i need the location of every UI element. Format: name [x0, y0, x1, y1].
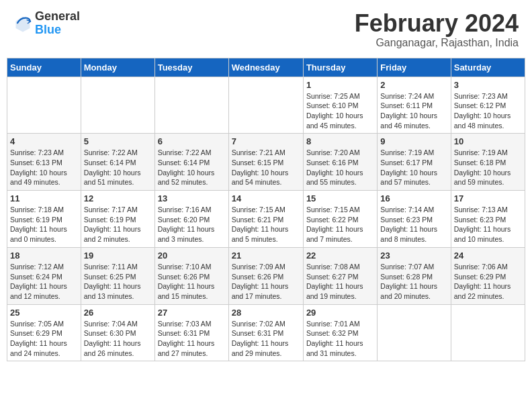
calendar-cell: 8Sunrise: 7:20 AM Sunset: 6:16 PM Daylig… — [303, 134, 377, 191]
calendar-cell — [378, 304, 451, 361]
day-number: 8 — [306, 136, 374, 146]
day-number: 9 — [380, 136, 447, 146]
day-info: Sunrise: 7:22 AM Sunset: 6:14 PM Dayligh… — [158, 148, 226, 187]
calendar-cell: 19Sunrise: 7:11 AM Sunset: 6:25 PM Dayli… — [81, 247, 154, 304]
day-number: 16 — [380, 193, 447, 203]
calendar-table: SundayMondayTuesdayWednesdayThursdayFrid… — [7, 58, 525, 362]
calendar-cell: 6Sunrise: 7:22 AM Sunset: 6:14 PM Daylig… — [154, 134, 228, 191]
title-section: February 2024 Ganganagar, Rajasthan, Ind… — [355, 10, 519, 49]
day-info: Sunrise: 7:17 AM Sunset: 6:19 PM Dayligh… — [84, 205, 152, 244]
calendar-cell — [228, 77, 303, 134]
day-of-week-tuesday: Tuesday — [154, 58, 228, 77]
calendar-cell: 12Sunrise: 7:17 AM Sunset: 6:19 PM Dayli… — [81, 191, 154, 248]
day-info: Sunrise: 7:19 AM Sunset: 6:18 PM Dayligh… — [454, 148, 522, 187]
day-info: Sunrise: 7:23 AM Sunset: 6:13 PM Dayligh… — [10, 148, 78, 187]
calendar-cell: 14Sunrise: 7:15 AM Sunset: 6:21 PM Dayli… — [228, 191, 303, 248]
calendar-cell: 1Sunrise: 7:25 AM Sunset: 6:10 PM Daylig… — [303, 77, 377, 134]
day-info: Sunrise: 7:23 AM Sunset: 6:12 PM Dayligh… — [454, 91, 522, 131]
calendar-cell: 13Sunrise: 7:16 AM Sunset: 6:20 PM Dayli… — [154, 191, 228, 248]
calendar-cell: 16Sunrise: 7:14 AM Sunset: 6:23 PM Dayli… — [378, 191, 451, 248]
day-number: 14 — [232, 193, 300, 203]
day-info: Sunrise: 7:06 AM Sunset: 6:29 PM Dayligh… — [454, 262, 522, 302]
day-number: 3 — [454, 80, 522, 90]
calendar-cell: 4Sunrise: 7:23 AM Sunset: 6:13 PM Daylig… — [7, 134, 81, 191]
calendar-cell: 28Sunrise: 7:02 AM Sunset: 6:31 PM Dayli… — [228, 304, 303, 361]
calendar-cell: 22Sunrise: 7:08 AM Sunset: 6:27 PM Dayli… — [303, 247, 377, 304]
day-info: Sunrise: 7:10 AM Sunset: 6:26 PM Dayligh… — [158, 262, 226, 302]
location-text: Ganganagar, Rajasthan, India — [355, 37, 519, 49]
calendar-cell — [154, 77, 228, 134]
calendar-cell: 21Sunrise: 7:09 AM Sunset: 6:26 PM Dayli… — [228, 247, 303, 304]
day-info: Sunrise: 7:16 AM Sunset: 6:20 PM Dayligh… — [158, 205, 226, 244]
day-info: Sunrise: 7:25 AM Sunset: 6:10 PM Dayligh… — [306, 91, 374, 131]
calendar-cell: 15Sunrise: 7:15 AM Sunset: 6:22 PM Dayli… — [303, 191, 377, 248]
day-info: Sunrise: 7:14 AM Sunset: 6:23 PM Dayligh… — [380, 205, 447, 244]
day-of-week-wednesday: Wednesday — [228, 58, 303, 77]
calendar-cell: 7Sunrise: 7:21 AM Sunset: 6:15 PM Daylig… — [228, 134, 303, 191]
calendar-cell: 18Sunrise: 7:12 AM Sunset: 6:24 PM Dayli… — [7, 247, 81, 304]
day-info: Sunrise: 7:09 AM Sunset: 6:26 PM Dayligh… — [232, 262, 300, 302]
logo-general-text: General — [35, 10, 80, 24]
day-info: Sunrise: 7:01 AM Sunset: 6:32 PM Dayligh… — [306, 319, 374, 359]
calendar-week-4: 18Sunrise: 7:12 AM Sunset: 6:24 PM Dayli… — [7, 247, 525, 304]
day-number: 12 — [84, 193, 152, 203]
day-number: 21 — [232, 250, 300, 261]
day-info: Sunrise: 7:02 AM Sunset: 6:31 PM Dayligh… — [232, 319, 300, 359]
calendar-cell: 5Sunrise: 7:22 AM Sunset: 6:14 PM Daylig… — [81, 134, 154, 191]
day-number: 18 — [10, 250, 78, 261]
day-number: 7 — [232, 136, 300, 146]
day-info: Sunrise: 7:19 AM Sunset: 6:17 PM Dayligh… — [380, 148, 447, 187]
calendar-week-1: 1Sunrise: 7:25 AM Sunset: 6:10 PM Daylig… — [7, 77, 525, 134]
day-info: Sunrise: 7:18 AM Sunset: 6:19 PM Dayligh… — [10, 205, 78, 244]
page-header: General Blue February 2024 Ganganagar, R… — [7, 7, 525, 52]
calendar-cell: 24Sunrise: 7:06 AM Sunset: 6:29 PM Dayli… — [451, 247, 525, 304]
day-number: 19 — [84, 250, 152, 261]
calendar-cell: 27Sunrise: 7:03 AM Sunset: 6:31 PM Dayli… — [154, 304, 228, 361]
day-info: Sunrise: 7:03 AM Sunset: 6:31 PM Dayligh… — [158, 319, 226, 359]
calendar-cell: 29Sunrise: 7:01 AM Sunset: 6:32 PM Dayli… — [303, 304, 377, 361]
day-number: 5 — [84, 136, 152, 146]
calendar-cell: 10Sunrise: 7:19 AM Sunset: 6:18 PM Dayli… — [451, 134, 525, 191]
calendar-week-5: 25Sunrise: 7:05 AM Sunset: 6:29 PM Dayli… — [7, 304, 525, 361]
day-number: 27 — [158, 308, 226, 318]
day-number: 4 — [10, 136, 78, 146]
day-number: 29 — [306, 308, 374, 318]
day-info: Sunrise: 7:11 AM Sunset: 6:25 PM Dayligh… — [84, 262, 152, 302]
day-number: 11 — [10, 193, 78, 203]
day-number: 17 — [454, 193, 522, 203]
calendar-cell: 11Sunrise: 7:18 AM Sunset: 6:19 PM Dayli… — [7, 191, 81, 248]
day-info: Sunrise: 7:21 AM Sunset: 6:15 PM Dayligh… — [232, 148, 300, 187]
day-number: 24 — [454, 250, 522, 261]
calendar-cell — [451, 304, 525, 361]
day-info: Sunrise: 7:22 AM Sunset: 6:14 PM Dayligh… — [84, 148, 152, 187]
day-info: Sunrise: 7:12 AM Sunset: 6:24 PM Dayligh… — [10, 262, 78, 302]
day-info: Sunrise: 7:13 AM Sunset: 6:23 PM Dayligh… — [454, 205, 522, 244]
month-year-title: February 2024 — [355, 10, 519, 37]
day-number: 23 — [380, 250, 447, 261]
calendar-week-2: 4Sunrise: 7:23 AM Sunset: 6:13 PM Daylig… — [7, 134, 525, 191]
calendar-cell: 9Sunrise: 7:19 AM Sunset: 6:17 PM Daylig… — [378, 134, 451, 191]
calendar-cell: 23Sunrise: 7:07 AM Sunset: 6:28 PM Dayli… — [378, 247, 451, 304]
calendar-cell: 3Sunrise: 7:23 AM Sunset: 6:12 PM Daylig… — [451, 77, 525, 134]
day-info: Sunrise: 7:15 AM Sunset: 6:22 PM Dayligh… — [306, 205, 374, 244]
day-number: 25 — [10, 308, 78, 318]
logo: General Blue — [13, 10, 80, 37]
calendar-week-3: 11Sunrise: 7:18 AM Sunset: 6:19 PM Dayli… — [7, 191, 525, 248]
day-number: 28 — [232, 308, 300, 318]
day-info: Sunrise: 7:24 AM Sunset: 6:11 PM Dayligh… — [380, 91, 447, 131]
day-info: Sunrise: 7:04 AM Sunset: 6:30 PM Dayligh… — [84, 319, 152, 359]
calendar-cell: 25Sunrise: 7:05 AM Sunset: 6:29 PM Dayli… — [7, 304, 81, 361]
day-info: Sunrise: 7:08 AM Sunset: 6:27 PM Dayligh… — [306, 262, 374, 302]
day-number: 26 — [84, 308, 152, 318]
day-info: Sunrise: 7:15 AM Sunset: 6:21 PM Dayligh… — [232, 205, 300, 244]
logo-blue-text: Blue — [35, 24, 80, 37]
day-number: 20 — [158, 250, 226, 261]
day-of-week-thursday: Thursday — [303, 58, 377, 77]
calendar-header-row: SundayMondayTuesdayWednesdayThursdayFrid… — [7, 58, 525, 77]
day-number: 15 — [306, 193, 374, 203]
day-info: Sunrise: 7:20 AM Sunset: 6:16 PM Dayligh… — [306, 148, 374, 187]
day-number: 1 — [306, 80, 374, 90]
day-number: 6 — [158, 136, 226, 146]
day-of-week-sunday: Sunday — [7, 58, 81, 77]
day-info: Sunrise: 7:07 AM Sunset: 6:28 PM Dayligh… — [380, 262, 447, 302]
